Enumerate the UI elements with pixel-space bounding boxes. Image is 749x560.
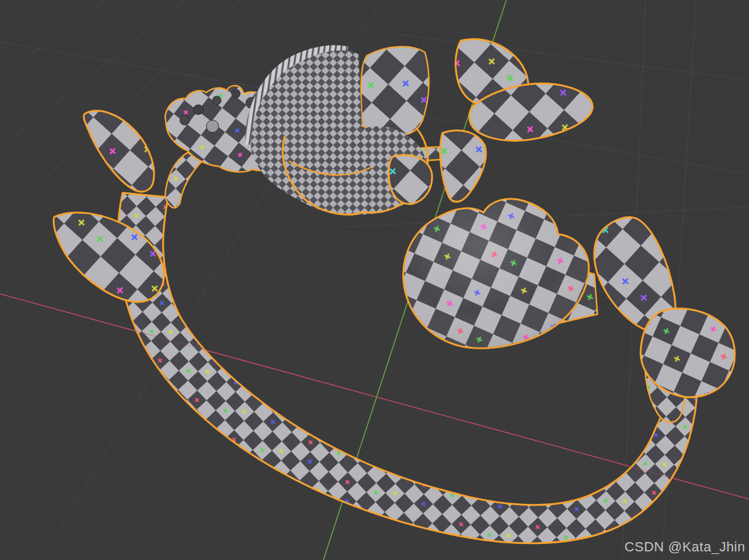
blender-viewport[interactable]: CSDN @Kata_Jhin bbox=[0, 0, 749, 560]
right-lower-leaf[interactable] bbox=[641, 309, 735, 397]
rosebud-shading bbox=[403, 199, 589, 348]
watermark: CSDN @Kata_Jhin bbox=[625, 539, 745, 555]
branch-leaf-inner[interactable] bbox=[361, 47, 429, 135]
branch-leaf-down[interactable] bbox=[440, 131, 486, 202]
left-upper-leaf[interactable] bbox=[84, 111, 154, 192]
3d-viewport-canvas[interactable] bbox=[0, 0, 749, 560]
left-stem[interactable] bbox=[165, 153, 204, 208]
branch-leaf-mid[interactable] bbox=[389, 155, 432, 205]
